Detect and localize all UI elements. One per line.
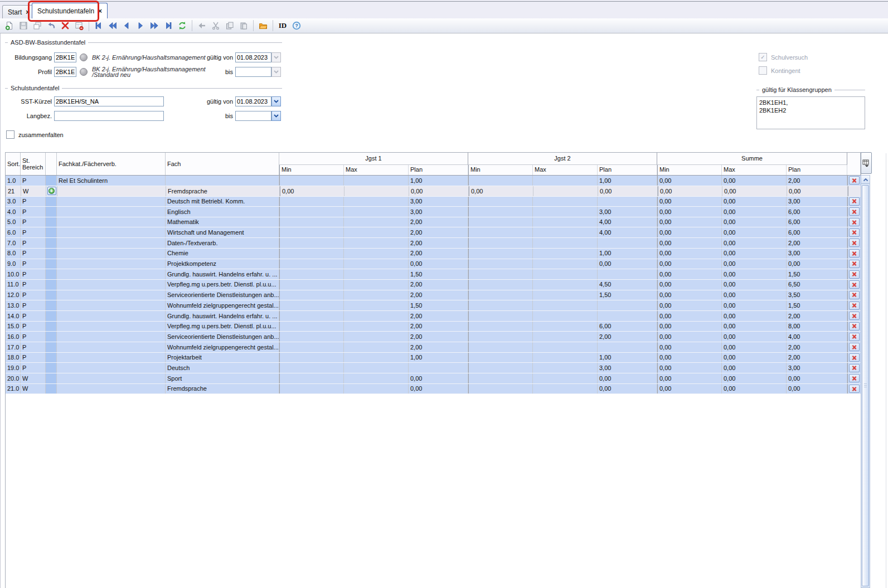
- cell-value[interactable]: 0,00: [787, 384, 847, 394]
- cell-value[interactable]: [533, 217, 598, 227]
- cell-value[interactable]: 6,00: [787, 217, 847, 227]
- cell-value[interactable]: 2,00: [409, 280, 468, 290]
- folder-icon[interactable]: [256, 20, 270, 32]
- cell-value[interactable]: [468, 259, 533, 269]
- cell-fachkat[interactable]: [57, 207, 166, 217]
- sst-bis-field[interactable]: [235, 111, 271, 121]
- cell-value[interactable]: 0,00: [658, 186, 722, 196]
- cell-fach[interactable]: Deutsch mit Betriebl. Komm.: [166, 196, 279, 206]
- cell-value[interactable]: [533, 259, 598, 269]
- cell-value[interactable]: 2,00: [787, 176, 847, 186]
- cell-value[interactable]: 0,00: [657, 249, 722, 259]
- cell-value[interactable]: 2,00: [409, 217, 468, 227]
- cell-value[interactable]: [279, 311, 344, 321]
- cell-value[interactable]: [598, 300, 657, 310]
- cell-value[interactable]: [533, 269, 598, 279]
- cell-value[interactable]: 1,00: [409, 353, 468, 363]
- cell-value[interactable]: 0,00: [657, 342, 722, 352]
- cell-fachkat[interactable]: [57, 227, 166, 237]
- cell-value[interactable]: [279, 342, 344, 352]
- cell-value[interactable]: 0,00: [722, 342, 787, 352]
- cell-value[interactable]: 4,00: [787, 332, 847, 342]
- cell-value[interactable]: 2,00: [409, 227, 468, 237]
- last-record-icon[interactable]: [162, 20, 175, 32]
- cell-value[interactable]: 2,00: [409, 311, 468, 321]
- cell-value[interactable]: [468, 249, 533, 259]
- cell-value[interactable]: [533, 353, 598, 363]
- cell-value[interactable]: [344, 259, 409, 269]
- delete-row-button[interactable]: ×: [849, 374, 860, 382]
- cell-value[interactable]: [279, 217, 344, 227]
- cell-fach[interactable]: Grundlg. hauswirt. Handelns erfahr. u. .…: [166, 311, 279, 321]
- cell-value[interactable]: [533, 196, 598, 206]
- sst-gueltig-von-field[interactable]: [235, 96, 271, 106]
- cell-fachkat[interactable]: [57, 332, 166, 342]
- cell-value[interactable]: 0,00: [722, 332, 787, 342]
- cell-value[interactable]: [344, 311, 409, 321]
- cell-value[interactable]: 1,00: [598, 176, 657, 186]
- next-record-icon[interactable]: [134, 20, 147, 32]
- cell-value[interactable]: 0,00: [657, 311, 722, 321]
- delete-row-button[interactable]: ×: [849, 239, 860, 247]
- cell-value[interactable]: [468, 176, 533, 186]
- cell-fach[interactable]: Mathematik: [166, 217, 279, 227]
- cell-fachkat[interactable]: [57, 384, 166, 394]
- cell-value[interactable]: [344, 332, 409, 342]
- cell-value[interactable]: [533, 280, 598, 290]
- cell-value[interactable]: [533, 384, 598, 394]
- cell-value[interactable]: 2,00: [409, 290, 468, 300]
- cell-value[interactable]: 0,00: [657, 280, 722, 290]
- cell-value[interactable]: [279, 249, 344, 259]
- cell-value[interactable]: [344, 290, 409, 300]
- cell-value[interactable]: [468, 238, 533, 248]
- cell-value[interactable]: [468, 280, 533, 290]
- cell-value[interactable]: [468, 311, 533, 321]
- cell-value[interactable]: 3,00: [598, 363, 657, 373]
- cell-value[interactable]: 2,00: [409, 322, 468, 332]
- cell-value[interactable]: 1,50: [409, 269, 468, 279]
- delete-row-button[interactable]: ×: [849, 364, 860, 372]
- new-record-icon[interactable]: [3, 20, 16, 32]
- cell-value[interactable]: 0,00: [469, 186, 533, 196]
- cell-value[interactable]: 0,00: [657, 322, 722, 332]
- cell-value[interactable]: [279, 353, 344, 363]
- cell-fachkat[interactable]: [57, 280, 166, 290]
- cell-value[interactable]: 0,00: [657, 353, 722, 363]
- cell-fach[interactable]: Deutsch: [166, 363, 279, 373]
- cell-fach[interactable]: Serviceorientierte Dienstleistungen anb.…: [166, 332, 279, 342]
- cell-value[interactable]: 0,00: [409, 259, 468, 269]
- cell-value[interactable]: 1,50: [787, 300, 847, 310]
- delete-row-button[interactable]: ×: [849, 218, 860, 226]
- delete-row-button[interactable]: ×: [849, 353, 860, 362]
- cell-fach[interactable]: Fremdsprache: [166, 384, 279, 394]
- cell-value[interactable]: 2,00: [598, 332, 657, 342]
- cell-fachkat[interactable]: [57, 269, 166, 279]
- cell-value[interactable]: [468, 363, 533, 373]
- cell-value[interactable]: 0,00: [657, 384, 722, 394]
- cell-value[interactable]: 6,00: [598, 322, 657, 332]
- cell-value[interactable]: 3,00: [409, 196, 468, 206]
- cell-fach[interactable]: Projektkompetenz: [166, 259, 279, 269]
- cell-value[interactable]: [279, 363, 344, 373]
- cell-fachkat[interactable]: [57, 290, 166, 300]
- cell-value[interactable]: [344, 384, 409, 394]
- scrollbar-thumb[interactable]: [862, 185, 869, 586]
- cell-value[interactable]: [279, 300, 344, 310]
- cell-value[interactable]: 0,00: [657, 290, 722, 300]
- delete-row-button[interactable]: ×: [849, 260, 860, 268]
- cell-fachkat[interactable]: [57, 311, 166, 321]
- cell-value[interactable]: 4,50: [598, 280, 657, 290]
- cell-value[interactable]: [533, 290, 598, 300]
- cell-value[interactable]: 1,50: [598, 290, 657, 300]
- cell-value[interactable]: 6,00: [787, 227, 847, 237]
- cell-fach[interactable]: Projektarbeit: [166, 353, 279, 363]
- cell-value[interactable]: 0,00: [657, 269, 722, 279]
- cell-value[interactable]: [279, 227, 344, 237]
- cell-value[interactable]: [468, 217, 533, 227]
- cell-fach[interactable]: Grundlg. hauswirt. Handelns erfahr. u. .…: [166, 269, 279, 279]
- cell-value[interactable]: 0,00: [722, 238, 787, 248]
- cell-value[interactable]: 6,50: [787, 280, 847, 290]
- scroll-up-icon[interactable]: [861, 176, 870, 184]
- cell-value[interactable]: 3,00: [787, 363, 847, 373]
- cell-fach[interactable]: Verpfleg.mg u.pers.betr. Dienstl. pl.u.u…: [166, 322, 279, 332]
